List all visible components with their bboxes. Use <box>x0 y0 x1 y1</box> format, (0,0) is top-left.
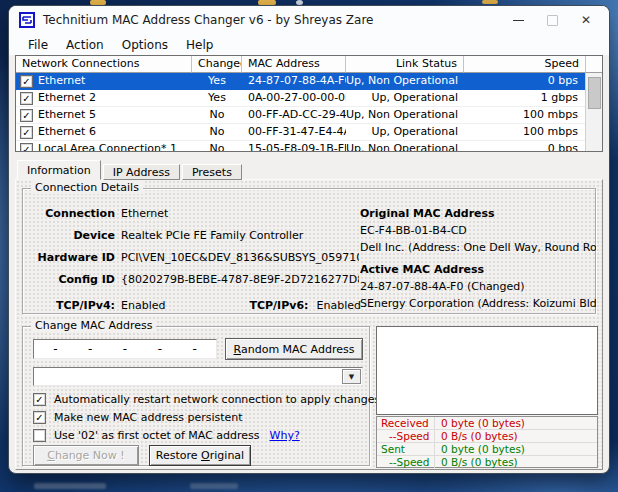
stats-row: --Speed 0 B/s (0 bytes) <box>377 456 597 468</box>
dropdown-button[interactable]: ▼ <box>342 369 361 384</box>
checkbox-label: Make new MAC address persistent <box>54 411 243 424</box>
table-row[interactable]: ✓ Ethernet 5 No 00-FF-AD-CC-29-4A Up, No… <box>16 107 602 124</box>
menu-bar: File Action Options Help <box>9 34 609 55</box>
field-value: {8020279B-BEBE-4787-8E9F-2D7216277D84} <box>121 273 359 286</box>
change-now-button[interactable]: Change Now ! <box>33 445 139 466</box>
column-header-mac-address[interactable]: MAC Address <box>242 56 346 73</box>
stats-label: Received <box>377 417 435 429</box>
column-header-link-status[interactable]: Link Status <box>346 56 464 73</box>
restore-original-button[interactable]: Restore Original <box>149 445 251 466</box>
why-link[interactable]: Why? <box>270 429 300 442</box>
row-checkbox[interactable]: ✓ <box>20 75 33 88</box>
connection-name: Ethernet 5 <box>16 107 192 123</box>
field-value: Enabled <box>121 299 165 312</box>
tab-information[interactable]: Information <box>17 160 101 180</box>
group-label: Change MAC Address <box>31 319 156 332</box>
checkbox-icon[interactable]: ✓ <box>33 393 46 406</box>
mac-value: 24-87-07-88-4A-F0 <box>242 73 346 89</box>
field-value: Realtek PCIe FE Family Controller <box>121 229 359 242</box>
maximize-button[interactable] <box>535 7 569 33</box>
mac-presets-dropdown[interactable]: ▼ <box>33 367 363 386</box>
changed-value: Yes <box>192 73 242 89</box>
network-connections-list: Network Connections Changed MAC Address … <box>15 55 603 152</box>
group-label: Connection Details <box>31 181 143 194</box>
tab-presets[interactable]: Presets <box>182 164 242 180</box>
window-title: Technitium MAC Address Changer v6 - by S… <box>43 13 373 27</box>
tab-ip-address[interactable]: IP Address <box>103 164 180 180</box>
field-label: Config ID <box>31 273 115 286</box>
speed-value: 1 gbps <box>464 90 586 106</box>
table-row[interactable]: ✓ Ethernet Yes 24-87-07-88-4A-F0 Up, Non… <box>16 73 602 90</box>
field-config-id: Config ID {8020279B-BEBE-4787-8E9F-2D721… <box>31 273 359 286</box>
menu-options[interactable]: Options <box>113 36 177 54</box>
random-mac-button[interactable]: Random MAC Address <box>225 338 363 360</box>
stats-value: 0 byte (0 bytes) <box>435 417 525 429</box>
menu-help[interactable]: Help <box>177 36 222 54</box>
network-stats-table: Received 0 byte (0 bytes) --Speed 0 B/s … <box>376 416 598 468</box>
table-row[interactable]: ✓ Ethernet 6 No 00-FF-31-47-E4-4A Up, Op… <box>16 124 602 141</box>
active-mac-value: 24-87-07-88-4A-F0 (Changed) <box>360 280 596 293</box>
row-checkbox[interactable]: ✓ <box>20 143 33 152</box>
checkbox-icon[interactable] <box>33 429 46 442</box>
menu-action[interactable]: Action <box>57 36 113 54</box>
changed-value: Yes <box>192 90 242 106</box>
link-status-value: Up, Operational <box>346 90 464 106</box>
link-status-value: Up, Non Operational <box>346 73 464 89</box>
mac-address-input[interactable]: - - - - - <box>33 339 217 359</box>
menu-file[interactable]: File <box>19 36 57 54</box>
app-logo-icon <box>19 12 35 28</box>
checkbox-persistent[interactable]: ✓ Make new MAC address persistent <box>33 411 243 424</box>
speed-value: 100 mbps <box>464 107 586 123</box>
desktop-icon-label-fragment <box>34 483 106 489</box>
column-header-changed[interactable]: Changed <box>192 56 242 73</box>
field-label: Device <box>31 229 115 242</box>
connection-details-group: Connection Details Connection Ethernet D… <box>22 188 596 314</box>
connection-name: Ethernet <box>16 73 192 89</box>
field-value: PCI\VEN_10EC&DEV_8136&SUBSYS_05971028 <box>121 251 359 264</box>
maximize-icon <box>547 15 558 26</box>
original-mac-title: Original MAC Address <box>360 207 596 220</box>
scrollbar-thumb[interactable] <box>588 77 601 109</box>
active-mac-title: Active MAC Address <box>360 263 596 276</box>
changed-value: No <box>192 107 242 123</box>
mac-value: 15-05-F8-09-1B-FB <box>242 141 346 152</box>
speed-value: 0 bps <box>464 141 586 152</box>
close-icon: ✕ <box>581 13 591 27</box>
row-checkbox[interactable]: ✓ <box>20 126 33 139</box>
link-status-value: Up, Operational <box>346 124 464 140</box>
stats-label: Sent <box>377 443 435 455</box>
stats-value: 0 B/s (0 bytes) <box>435 430 518 442</box>
mac-value: 0A-00-27-00-00-0E <box>242 90 346 106</box>
close-button[interactable]: ✕ <box>569 7 603 33</box>
mac-value: 00-FF-31-47-E4-4A <box>242 124 346 140</box>
connection-name: Ethernet 2 <box>16 90 192 106</box>
speed-value: 0 bps <box>464 73 586 89</box>
row-checkbox[interactable]: ✓ <box>20 109 33 122</box>
column-header-network-connections[interactable]: Network Connections <box>16 56 192 73</box>
checkbox-use-02[interactable]: Use '02' as first octet of MAC address W… <box>33 429 300 442</box>
field-tcpip4: TCP/IPv4: Enabled TCP/IPv6: Enabled <box>31 299 361 312</box>
link-status-value: Up, Non Operational <box>346 141 464 152</box>
checkbox-icon[interactable]: ✓ <box>33 411 46 424</box>
original-mac-value: EC-F4-BB-01-B4-CD <box>360 224 596 237</box>
title-bar[interactable]: Technitium MAC Address Changer v6 - by S… <box>9 6 609 34</box>
checkbox-label: Automatically restart network connection… <box>54 393 380 406</box>
minimize-button[interactable] <box>501 7 535 33</box>
app-window: Technitium MAC Address Changer v6 - by S… <box>8 5 610 474</box>
active-mac-vendor: SEnergy Corporation (Address: Koizumi Bl… <box>360 297 596 310</box>
button-label: Restore Original <box>156 449 244 462</box>
checkbox-auto-restart[interactable]: ✓ Automatically restart network connecti… <box>33 393 380 406</box>
column-header-speed[interactable]: Speed <box>464 56 586 73</box>
list-scrollbar[interactable] <box>585 73 602 151</box>
original-mac-vendor: Dell Inc. (Address: One Dell Way, Round … <box>360 241 596 254</box>
window-controls: ✕ <box>501 6 603 34</box>
table-row[interactable]: ✓ Local Area Connection* 1 No 15-05-F8-0… <box>16 141 602 152</box>
changed-value: No <box>192 124 242 140</box>
field-label: Hardware ID <box>31 251 115 264</box>
speed-value: 100 mbps <box>464 124 586 140</box>
row-checkbox[interactable]: ✓ <box>20 92 33 105</box>
link-status-value: Up, Non Operational <box>346 107 464 123</box>
field-label: TCP/IPv6: <box>249 299 308 312</box>
connection-name: Local Area Connection* 1 <box>16 141 192 152</box>
table-row[interactable]: ✓ Ethernet 2 Yes 0A-00-27-00-00-0E Up, O… <box>16 90 602 107</box>
